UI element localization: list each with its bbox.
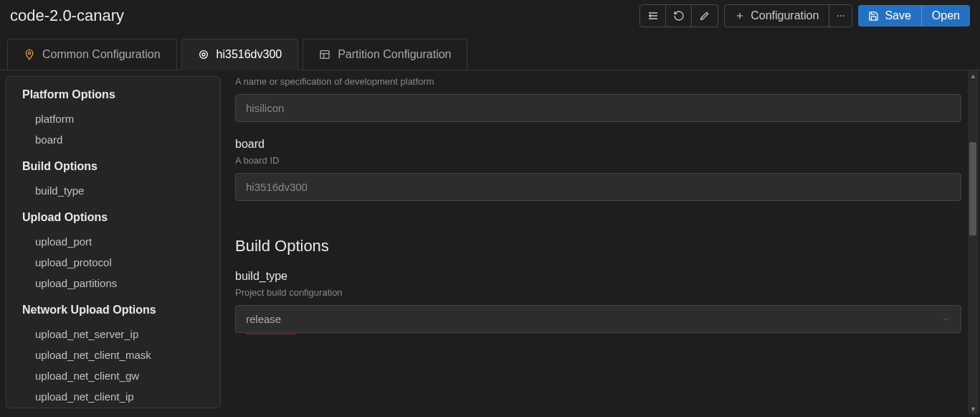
sidebar-item-build-type[interactable]: build_type: [22, 180, 213, 201]
platform-input[interactable]: [235, 94, 961, 122]
svg-point-1: [840, 15, 842, 17]
svg-point-5: [202, 53, 205, 56]
scrollbar-up-icon[interactable]: ▲: [968, 70, 979, 81]
edit-icon[interactable]: [692, 5, 718, 27]
outdent-icon[interactable]: [640, 5, 666, 27]
sidebar-group-platform-options[interactable]: Platform Options: [22, 88, 213, 101]
main-content: A name or specification of development p…: [227, 76, 974, 408]
sidebar-item-upload-port[interactable]: upload_port: [22, 231, 213, 252]
board-input[interactable]: [235, 173, 961, 201]
scrollbar[interactable]: ▲ ▼: [968, 70, 979, 414]
sidebar-item-upload-protocol[interactable]: upload_protocol: [22, 252, 213, 273]
sidebar-item-upload-net-server-ip[interactable]: upload_net_server_ip: [22, 324, 213, 345]
sidebar-group-network-upload-options[interactable]: Network Upload Options: [22, 304, 213, 317]
layout-icon: [319, 49, 330, 60]
sidebar-item-board[interactable]: board: [22, 129, 213, 150]
sidebar: Platform Options platform board Build Op…: [6, 76, 221, 408]
chevron-down-icon: [942, 315, 951, 324]
tab-label: Partition Configuration: [338, 48, 451, 61]
svg-point-4: [199, 51, 207, 59]
open-button[interactable]: Open: [921, 5, 970, 27]
ellipsis-icon: [836, 11, 846, 21]
save-label: Save: [885, 9, 910, 22]
target-icon: [198, 49, 209, 60]
primary-group: Save Open: [858, 5, 970, 27]
sidebar-item-upload-net-client-mask[interactable]: upload_net_client_mask: [22, 345, 213, 365]
plus-icon: [735, 11, 745, 21]
board-description: A board ID: [235, 155, 961, 166]
tab-label: hi3516dv300: [217, 48, 282, 61]
tab-label: Common Configuration: [42, 48, 161, 61]
sidebar-item-upload-net-client-gw[interactable]: upload_net_client_gw: [22, 365, 213, 386]
tab-partition-configuration[interactable]: Partition Configuration: [303, 39, 467, 70]
more-button[interactable]: [829, 5, 852, 27]
sidebar-item-upload-net-client-ip[interactable]: upload_net_client_ip: [22, 386, 213, 407]
build-type-value: release: [246, 313, 281, 325]
configuration-label: Configuration: [751, 9, 819, 22]
svg-point-2: [843, 15, 845, 17]
platform-description: A name or specification of development p…: [235, 76, 961, 87]
sidebar-item-upload-partitions[interactable]: upload_partitions: [22, 273, 213, 294]
build-type-description: Project build configuration: [235, 287, 961, 298]
build-options-section: Build Options: [235, 237, 961, 256]
scrollbar-down-icon[interactable]: ▼: [968, 403, 979, 414]
save-icon: [868, 11, 879, 22]
save-button[interactable]: Save: [858, 5, 920, 27]
configuration-button[interactable]: Configuration: [725, 5, 829, 27]
sidebar-item-platform[interactable]: platform: [22, 108, 213, 129]
tab-common-configuration[interactable]: Common Configuration: [7, 39, 177, 70]
pin-icon: [24, 49, 35, 60]
tab-hi3516dv300[interactable]: hi3516dv300: [181, 39, 299, 70]
sidebar-group-build-options[interactable]: Build Options: [22, 160, 213, 173]
refresh-icon[interactable]: [666, 5, 692, 27]
svg-point-3: [28, 52, 30, 54]
svg-point-0: [837, 15, 839, 17]
open-label: Open: [932, 9, 960, 22]
page-title: code-2.0-canary: [10, 6, 124, 25]
svg-rect-6: [320, 51, 329, 59]
board-label: board: [235, 138, 961, 151]
tool-icon-group: [639, 4, 718, 27]
scrollbar-thumb[interactable]: [969, 142, 976, 235]
configuration-group: Configuration: [724, 4, 852, 27]
sidebar-group-upload-options[interactable]: Upload Options: [22, 211, 213, 224]
build-type-label: build_type: [235, 270, 961, 283]
tabs: Common Configuration hi3516dv300 Partiti…: [0, 32, 980, 70]
build-type-select[interactable]: release: [235, 305, 961, 333]
